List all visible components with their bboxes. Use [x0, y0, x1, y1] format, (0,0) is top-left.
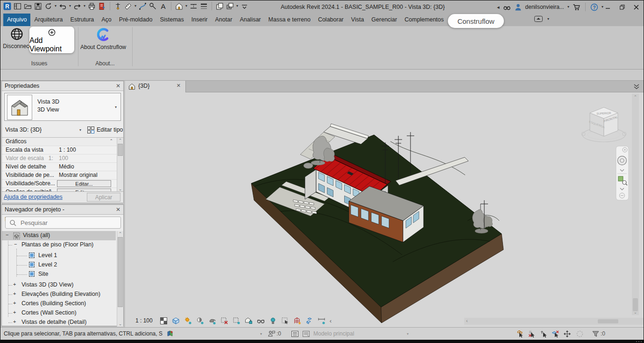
scroll-down-icon[interactable]: ⌄	[117, 187, 123, 191]
tag-by-category-icon[interactable]	[149, 2, 157, 10]
select-elements-by-face-icon[interactable]	[552, 330, 559, 338]
tab-arquivo[interactable]: Arquivo	[3, 14, 30, 26]
expand-icon[interactable]: +	[13, 291, 16, 296]
tree-item-site[interactable]: Site	[2, 270, 116, 279]
revit-logo-icon[interactable]: R	[3, 2, 11, 10]
view-selector[interactable]: Vista 3D: {3D}	[5, 126, 42, 133]
properties-header[interactable]: Propriedades ✕	[2, 81, 123, 91]
property-row[interactable]: Nível de detalhe Médio	[2, 163, 123, 171]
user-dropdown-icon[interactable]: ▾	[567, 5, 569, 9]
edit-visibility-button[interactable]: Editar...	[57, 180, 111, 187]
search-icon[interactable]	[503, 3, 511, 11]
restore-button[interactable]	[616, 2, 628, 12]
status-dropdown-icon[interactable]: ▾	[260, 332, 262, 336]
ui-views-icon[interactable]	[14, 2, 21, 10]
redo-icon[interactable]	[73, 2, 81, 10]
open-icon[interactable]	[24, 2, 32, 10]
tree-item-views-all[interactable]: − Vistas (all)	[2, 231, 116, 240]
property-row[interactable]: Opções de exibiçã... Editar...	[2, 188, 123, 191]
minimize-button[interactable]	[602, 2, 614, 12]
switch-windows-dropdown-icon[interactable]: ▾	[236, 4, 238, 8]
view-tab-options-icon[interactable]	[632, 84, 641, 90]
tab-gerenciar[interactable]: Gerenciar	[368, 14, 401, 26]
redo-dropdown-icon[interactable]: ▾	[84, 4, 85, 8]
visual-style-icon[interactable]	[160, 317, 168, 325]
close-icon[interactable]: ✕	[116, 83, 120, 89]
sync-dropdown-icon[interactable]: ▾	[55, 4, 57, 8]
scroll-left-icon[interactable]: ‹	[466, 318, 468, 323]
browser-search-box[interactable]	[5, 217, 121, 229]
analytical-model-icon[interactable]	[293, 317, 301, 325]
add-viewpoint-button[interactable]: Add Viewpoint	[29, 27, 74, 53]
tree-item-wall-sections[interactable]: + Cortes (Wall Section)	[2, 308, 116, 318]
collapse-icon[interactable]: −	[6, 232, 8, 238]
copy-icon[interactable]	[216, 2, 224, 10]
select-links-icon[interactable]	[517, 330, 524, 338]
expand-icon[interactable]: +	[13, 319, 16, 324]
close-view-tab-icon[interactable]: ✕	[177, 83, 181, 89]
tab-anotar[interactable]: Anotar	[212, 14, 236, 26]
edit-type-button[interactable]: Editar tipo	[97, 126, 123, 133]
properties-help-link[interactable]: Ajuda de propriedades	[4, 194, 63, 200]
collapse-section-icon[interactable]: ⌃	[109, 139, 113, 143]
browser-scrollbar[interactable]: ⌃ ⌄	[117, 231, 123, 327]
measure-dropdown-icon[interactable]: ▾	[134, 4, 136, 8]
scrollbar-thumb[interactable]	[633, 298, 638, 311]
close-icon[interactable]: ✕	[116, 206, 120, 213]
username[interactable]: denilsonvieira...	[525, 4, 564, 10]
scrollbar-thumb[interactable]	[118, 144, 123, 156]
scroll-up-icon[interactable]: ⌃	[117, 231, 123, 236]
ribbon-minimize-icon[interactable]	[534, 16, 545, 22]
measure-icon[interactable]	[124, 2, 132, 10]
design-options-icon[interactable]	[302, 330, 310, 338]
save-icon[interactable]	[34, 2, 42, 10]
temporary-hide-isolate-icon[interactable]	[269, 317, 277, 325]
ribbon-display-toggle[interactable]: ▾	[534, 16, 549, 22]
back-icon[interactable]: ◂	[497, 4, 500, 10]
3d-view-dropdown-icon[interactable]: ▾	[185, 4, 187, 8]
render-dialog-icon[interactable]	[208, 317, 216, 325]
detail-level-icon[interactable]	[172, 317, 180, 325]
view-selector-dropdown-icon[interactable]: ▾	[79, 128, 81, 132]
tab-sistemas[interactable]: Sistemas	[156, 14, 187, 26]
scroll-down-icon[interactable]: ⌄	[632, 310, 639, 315]
tab-arquitetura[interactable]: Arquitetura	[30, 14, 66, 26]
filter-icon[interactable]	[592, 330, 600, 338]
scrollbar-thumb[interactable]	[598, 319, 618, 323]
edit-type-icon[interactable]	[87, 126, 95, 134]
reveal-hidden-elements-icon[interactable]	[257, 317, 265, 325]
tab-aco[interactable]: Aço	[98, 14, 115, 26]
view-tab-3d[interactable]: {3D} ✕	[125, 81, 186, 92]
vertical-scrollbar[interactable]: ⌃ ⌄	[632, 94, 639, 315]
switch-windows-icon[interactable]	[226, 2, 234, 10]
tab-analisar[interactable]: Analisar	[236, 14, 264, 26]
tab-pre-moldado[interactable]: Pré-moldado	[115, 14, 156, 26]
close-button[interactable]	[630, 2, 642, 12]
locked-3d-view-icon[interactable]	[245, 317, 253, 325]
scroll-up-icon[interactable]: ⌃	[117, 138, 123, 143]
view-scale[interactable]: 1 : 100	[133, 316, 156, 325]
apply-button[interactable]: Aplicar	[87, 193, 120, 202]
undo-dropdown-icon[interactable]: ▾	[69, 4, 71, 8]
cart-icon[interactable]	[573, 3, 580, 11]
collapse-bar-icon[interactable]: ‹	[330, 317, 332, 324]
property-row[interactable]: Escala da vista 1 : 100	[2, 146, 123, 154]
print-icon[interactable]	[88, 2, 96, 10]
tree-item-level-1[interactable]: Level 1	[2, 251, 116, 260]
temporary-view-properties-icon[interactable]	[281, 317, 289, 325]
worksets-icon[interactable]	[268, 330, 276, 338]
thin-lines-icon[interactable]	[200, 2, 208, 10]
ribbon-toggle-dropdown-icon[interactable]: ▾	[547, 17, 549, 21]
horizontal-scrollbar[interactable]: ‹ ›	[464, 318, 644, 325]
help-icon[interactable]: ?	[590, 3, 598, 11]
aligned-dimension-icon[interactable]	[139, 2, 147, 10]
expand-icon[interactable]: +	[13, 281, 16, 287]
export-icon[interactable]	[98, 2, 106, 10]
text-icon[interactable]: A	[159, 2, 167, 10]
select-underlay-elements-icon[interactable]	[528, 330, 536, 338]
sync-with-central-icon[interactable]	[44, 2, 52, 10]
displacement-sets-icon[interactable]	[305, 317, 313, 325]
resize-grip-icon[interactable]	[636, 340, 642, 343]
search-input[interactable]	[20, 218, 113, 227]
customize-quick-access-icon[interactable]	[241, 2, 248, 10]
